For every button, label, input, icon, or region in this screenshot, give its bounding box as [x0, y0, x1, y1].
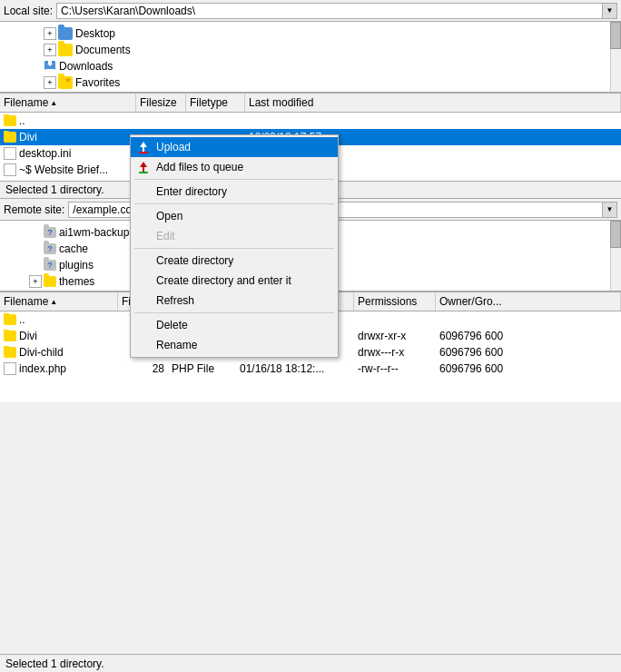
- remote-status-text: Selected 1 directory.: [5, 657, 104, 670]
- context-menu-item-upload[interactable]: Upload: [131, 137, 338, 157]
- local-status-text: Selected 1 directory.: [5, 183, 104, 196]
- file-icon: [4, 147, 16, 160]
- file-name-cell: Divi: [0, 330, 118, 342]
- upload-icon: [136, 140, 151, 154]
- file-owner-cell: 6096796 600: [436, 346, 621, 359]
- expand-icon[interactable]: +: [44, 76, 56, 89]
- file-owner-cell: 6096796 600: [436, 362, 621, 375]
- file-name-cell: Divi-child: [0, 346, 118, 359]
- tree-item-downloads[interactable]: Downloads: [15, 58, 614, 74]
- context-menu-label: Refresh: [156, 294, 194, 307]
- file-owner-cell: 6096796 600: [436, 330, 621, 342]
- sort-indicator: ▲: [50, 99, 57, 107]
- context-menu-label: Create directory: [156, 254, 233, 267]
- tree-item-documents[interactable]: + Documents: [15, 42, 614, 58]
- context-menu-item-edit: Edit: [131, 226, 338, 246]
- context-menu-label: Add files to queue: [156, 161, 243, 173]
- file-name-cell: Divi: [0, 131, 136, 143]
- table-row[interactable]: index.php 28 PHP File 01/16/18 18:12:...…: [0, 361, 621, 377]
- rcol-perms[interactable]: Permissions: [354, 292, 436, 311]
- context-menu-label: Edit: [156, 230, 175, 242]
- queue-icon: [136, 160, 151, 174]
- context-menu-item-add-queue[interactable]: Add files to queue: [131, 157, 338, 177]
- tree-item-desktop[interactable]: + Desktop: [15, 25, 614, 42]
- local-site-bar: Local site: C:\Users\Karan\Downloads\ ▼: [0, 0, 621, 22]
- local-site-dropdown[interactable]: ▼: [603, 3, 617, 19]
- file-name-cell: ..: [0, 114, 136, 127]
- separator: [134, 248, 334, 249]
- expand-icon[interactable]: +: [44, 44, 56, 56]
- folder-icon: [4, 347, 16, 358]
- folder-icon: [4, 115, 16, 126]
- sort-indicator: ▲: [50, 298, 57, 306]
- local-site-path[interactable]: C:\Users\Karan\Downloads\: [56, 3, 603, 19]
- context-menu-item-open[interactable]: Open: [131, 206, 338, 226]
- col-filesize[interactable]: Filesize: [136, 94, 186, 112]
- local-tree-scrollbar[interactable]: [610, 22, 621, 92]
- remote-site-dropdown[interactable]: ▼: [603, 202, 617, 218]
- context-menu-label: Open: [156, 210, 182, 222]
- file-perms-cell: drwxr-xr-x: [354, 330, 436, 342]
- scrollbar-thumb[interactable]: [610, 221, 621, 248]
- file-type-cell: PHP File: [168, 362, 236, 375]
- folder-icon: [58, 27, 73, 40]
- remote-status-bar: Selected 1 directory.: [0, 654, 621, 672]
- question-folder-icon: ?: [44, 227, 56, 238]
- tree-item-favorites[interactable]: + ★ Favorites: [15, 74, 614, 91]
- folder-icon: [44, 276, 56, 287]
- svg-marker-4: [140, 142, 147, 152]
- scrollbar-thumb[interactable]: [610, 22, 621, 49]
- file-perms-cell: drwx---r-x: [354, 346, 436, 359]
- svg-marker-6: [140, 162, 147, 172]
- local-tree-panel: + Desktop + Documents Downloads +: [0, 22, 621, 93]
- folder-icon: [58, 44, 73, 56]
- col-filename[interactable]: Filename ▲: [0, 94, 136, 112]
- table-row[interactable]: ..: [0, 113, 621, 129]
- separator: [134, 203, 334, 204]
- rcol-owner[interactable]: Owner/Gro...: [436, 292, 621, 311]
- remote-site-label: Remote site:: [4, 203, 64, 216]
- expand-icon[interactable]: +: [44, 27, 56, 40]
- favorites-folder-icon: ★: [58, 76, 73, 89]
- context-menu-label: Rename: [156, 339, 197, 351]
- context-menu-item-enter-dir[interactable]: Enter directory: [131, 182, 338, 202]
- question-folder-icon: ?: [44, 260, 56, 271]
- file-name-cell: ~$ Website Brief...: [0, 163, 136, 176]
- separator: [134, 312, 334, 313]
- folder-icon: [4, 132, 16, 143]
- folder-icon: [4, 331, 16, 341]
- expand-icon[interactable]: +: [29, 275, 42, 288]
- tree-item-label: Downloads: [59, 60, 113, 73]
- remote-tree-scrollbar[interactable]: [610, 221, 621, 291]
- tree-item-label: Documents: [75, 44, 131, 56]
- file-icon: [4, 163, 16, 176]
- context-menu-item-delete[interactable]: Delete: [131, 315, 338, 335]
- file-mod-cell: 01/16/18 18:12:...: [236, 362, 354, 375]
- context-menu-item-create-dir-enter[interactable]: Create directory and enter it: [131, 271, 338, 291]
- local-tree-content: + Desktop + Documents Downloads +: [0, 22, 621, 93]
- svg-rect-7: [139, 172, 148, 173]
- col-filetype[interactable]: Filetype: [186, 94, 245, 112]
- file-name-cell: ..: [0, 313, 118, 326]
- context-menu-item-refresh[interactable]: Refresh: [131, 291, 338, 311]
- svg-rect-5: [139, 152, 148, 153]
- file-name-cell: index.php: [0, 362, 118, 375]
- separator: [134, 179, 334, 180]
- col-lastmod[interactable]: Last modified: [245, 94, 621, 112]
- tree-item-label: Desktop: [75, 27, 115, 40]
- local-site-label: Local site:: [4, 5, 53, 17]
- file-size-cell: 28: [118, 362, 168, 375]
- file-icon: [4, 362, 16, 375]
- rcol-filename[interactable]: Filename ▲: [0, 292, 118, 311]
- tree-item-label: Favorites: [75, 76, 120, 89]
- context-menu-label: Create directory and enter it: [156, 274, 291, 287]
- file-perms-cell: -rw-r--r--: [354, 362, 436, 375]
- tree-item-label: plugins: [59, 259, 94, 272]
- context-menu-label: Upload: [156, 141, 191, 153]
- context-menu-item-create-dir[interactable]: Create directory: [131, 251, 338, 271]
- context-menu-item-rename[interactable]: Rename: [131, 335, 338, 355]
- download-arrow-icon: [44, 60, 56, 73]
- file-name-cell: desktop.ini: [0, 147, 136, 160]
- folder-icon: [4, 314, 16, 325]
- tree-item-label: cache: [59, 242, 88, 255]
